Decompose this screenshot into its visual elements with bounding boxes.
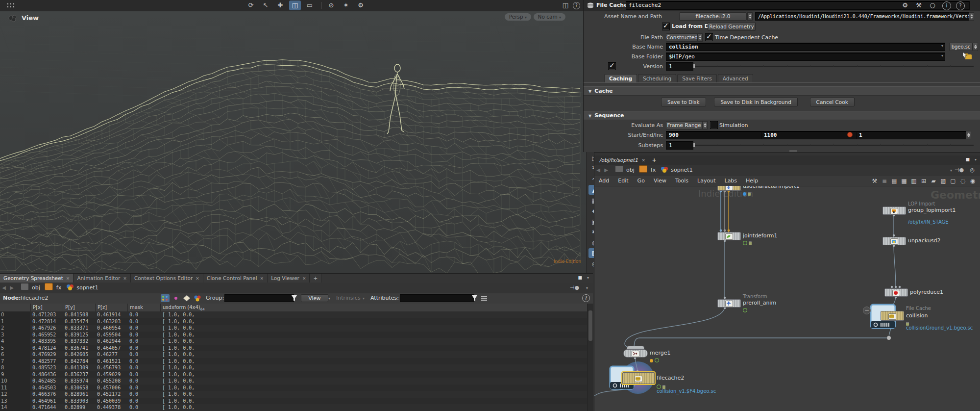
menu-edit[interactable]: Edit (613, 176, 633, 186)
render-flash-icon[interactable]: ✶ (340, 0, 352, 10)
sheet-breadcrumb-fx[interactable]: fx (56, 284, 61, 291)
range-keyframe-dot[interactable] (847, 132, 853, 137)
sheet-nav-forward-icon[interactable]: ▶ (8, 284, 16, 291)
node-usdcharacterimport1[interactable] (717, 186, 741, 191)
grid-view-icon[interactable]: ▥ (909, 176, 919, 186)
menu-add[interactable]: Add (594, 176, 613, 186)
evaluate-as-dropdown[interactable]: Frame Range (666, 121, 702, 129)
background-image-icon[interactable]: ▨ (938, 176, 948, 186)
substeps-slider[interactable] (693, 145, 974, 146)
breadcrumb-fx[interactable]: fx (651, 167, 656, 173)
node-preroll_anim[interactable] (717, 299, 741, 308)
network-canvas[interactable]: Indie Edition Geometry usdcharacterimpor… (594, 186, 980, 411)
group-filter-icon[interactable] (291, 295, 297, 301)
pane-split-icon[interactable]: ◫ (560, 0, 571, 10)
tab-log-viewer[interactable]: Log Viewer✕ (268, 274, 310, 283)
substeps-field[interactable]: 1 (666, 141, 693, 150)
reload-geometry-button[interactable]: Reload Geometry (708, 22, 756, 31)
file-format-dropdown[interactable]: bgeo.sc (949, 43, 973, 51)
sheet-nav-back-icon[interactable]: ◀ (0, 284, 8, 291)
version-slider[interactable] (693, 66, 974, 67)
vertices-mode-icon[interactable] (172, 294, 180, 302)
param-tab-save-filters[interactable]: Save Filters (677, 74, 717, 83)
node-name-label[interactable]: jointdeform1 (743, 232, 778, 239)
sheet-path-menu-arrow[interactable]: ▾ (586, 286, 588, 290)
pane-menu-icon[interactable]: ▾ (975, 157, 977, 162)
spreadsheet-scrollbar[interactable] (587, 304, 593, 411)
asset-path-field[interactable]: /Applications/Houdini/Houdini21.0.440/Fr… (755, 12, 974, 21)
table-row[interactable]: 70.4825770.8427840.4615210.0[ 1.0, 0.0, (0, 358, 587, 365)
menu-labs[interactable]: Labs (720, 176, 742, 186)
column-header-usdxform[interactable]: usdxform (4x4)64 (160, 304, 405, 311)
cache-section-header[interactable]: Cache (584, 86, 980, 96)
menu-view[interactable]: View (649, 176, 671, 186)
move-tool-icon[interactable]: ✚ (274, 0, 286, 10)
asset-name-dropdown[interactable]: filecache::2.0 (679, 12, 747, 21)
node-group_lopimport1[interactable] (882, 206, 906, 215)
points-mode-icon[interactable] (161, 294, 170, 302)
table-row[interactable]: 60.4769290.8426050.462770.0[ 1.0, 0.0, (0, 351, 587, 358)
table-row[interactable]: 140.4716440.828990.4493780.0[ 1.0, 0.0, (0, 404, 587, 411)
asset-spinner[interactable] (747, 12, 753, 21)
node-name-label[interactable]: group_lopimport1 (908, 207, 956, 213)
node-filecache2[interactable] (622, 372, 655, 384)
node-jointdeform1[interactable] (717, 232, 741, 240)
node-collision[interactable] (881, 311, 904, 321)
asset-path-spinner[interactable] (969, 12, 974, 21)
pane-help-icon[interactable]: ? (573, 2, 580, 9)
node-unpackusd2[interactable] (882, 237, 906, 245)
group-input[interactable] (224, 294, 294, 302)
table-row[interactable]: 80.4855230.8413090.4567930.0[ 1.0, 0.0, (0, 364, 587, 371)
sheet-breadcrumb-sopnet1[interactable]: sopnet1 (76, 284, 98, 291)
network-tab-add-icon[interactable]: + (652, 157, 657, 163)
breadcrumb-obj[interactable]: obj (626, 167, 635, 173)
range-inc-field[interactable]: 1 (856, 131, 971, 139)
save-to-disk-in-background-button[interactable]: Save to Disk in Background (714, 98, 797, 106)
table-row[interactable]: 110.4645030.8306580.4570060.0[ 1.0, 0.0, (0, 385, 587, 391)
follow-icon[interactable]: ◎ (970, 167, 975, 173)
node-name-label[interactable]: merge1 (650, 350, 671, 356)
tab-context-options-editor[interactable]: Context Options Editor✕ (131, 274, 203, 283)
menu-go[interactable]: Go (633, 176, 649, 186)
file-path-spinner[interactable] (697, 33, 703, 42)
time-dependent-checkbox[interactable] (705, 33, 713, 41)
bypass-flag[interactable]: − (863, 307, 871, 314)
tab-animation-editor[interactable]: Animation Editor✕ (74, 274, 131, 283)
tab-geometry-spreadsheet[interactable]: Geometry Spreadsheet✕ (0, 274, 74, 283)
menu-tools[interactable]: Tools (671, 176, 693, 186)
breadcrumb-sopnet1[interactable]: sopnet1 (671, 167, 693, 173)
simulation-checkbox[interactable] (710, 121, 718, 129)
table-row[interactable]: 50.4781240.8367410.4640570.0[ 1.0, 0.0, (0, 345, 587, 352)
visibility-icon[interactable]: ◉ (968, 176, 978, 186)
spreadsheet-menu-icon[interactable] (481, 296, 487, 301)
gallery-icon[interactable]: ▢ (948, 176, 958, 186)
pane-grid-icon[interactable] (6, 2, 16, 9)
version-field[interactable]: 1 (666, 62, 693, 71)
no-entry-icon[interactable]: ⊘ (325, 0, 337, 10)
base-name-field[interactable]: collision (666, 43, 945, 51)
prims-mode-icon[interactable] (182, 294, 191, 302)
node-name-label[interactable]: filecache2 (657, 375, 684, 381)
file-path-dropdown[interactable]: Constructed (666, 33, 697, 42)
table-row[interactable]: 20.4679260.8333710.4609540.0[ 1.0, 0.0, (0, 325, 587, 332)
info-icon[interactable]: i (942, 1, 951, 10)
bottom-pane-maximize-icon[interactable]: ■ (578, 275, 582, 280)
nav-back-icon[interactable]: ◀ (594, 166, 602, 174)
file-format-spinner[interactable] (973, 43, 978, 51)
path-menu-arrow[interactable]: ▾ (950, 168, 952, 173)
node-name-label[interactable]: usdcharacterimport1 (743, 186, 800, 189)
pin-pane-icon[interactable]: ⊣● (955, 167, 964, 173)
network-tab-close-icon[interactable]: ✕ (642, 158, 646, 163)
sheet-breadcrumb-obj[interactable]: obj (32, 284, 40, 291)
folder-chooser-icon[interactable] (962, 51, 973, 61)
load-from-disk-checkbox[interactable] (662, 23, 670, 30)
table-row[interactable]: 30.4659520.8391250.4595040.0[ 1.0, 0.0, (0, 332, 587, 338)
table-row[interactable]: 90.4864360.8362370.4590290.0[ 1.0, 0.0, (0, 371, 587, 378)
tab-clone-control-panel[interactable]: Clone Control Panel✕ (203, 274, 268, 283)
view-mode-dropdown[interactable]: View (301, 294, 328, 302)
list-view-icon[interactable]: ▤ (889, 176, 899, 186)
table-row[interactable]: 120.4663760.8289610.4521720.0[ 1.0, 0.0, (0, 391, 587, 398)
detail-mode-icon[interactable] (193, 294, 202, 302)
table-row[interactable]: 130.4649610.8339030.4500390.0[ 1.0, 0.0, (0, 398, 587, 405)
attributes-filter-icon[interactable] (471, 295, 478, 301)
